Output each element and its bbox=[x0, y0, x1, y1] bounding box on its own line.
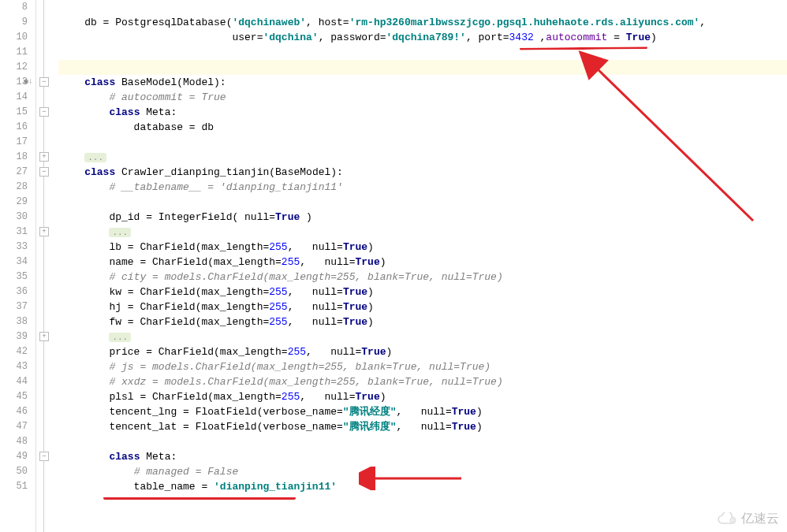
line-number: 27 bbox=[0, 165, 28, 180]
code-line[interactable]: # autocommit = True bbox=[58, 90, 787, 105]
line-number: 11 bbox=[0, 45, 28, 60]
line-number: 14 bbox=[0, 90, 28, 105]
code-line[interactable]: tencent_lat = FloatField(verbose_name="腾… bbox=[58, 419, 787, 434]
line-number bbox=[0, 494, 28, 509]
line-number: 47 bbox=[0, 419, 28, 434]
code-line[interactable] bbox=[58, 135, 787, 150]
fold-expand-icon[interactable]: + bbox=[39, 152, 49, 162]
code-line[interactable]: # city = models.CharField(max_length=255… bbox=[58, 270, 787, 285]
cloud-icon bbox=[716, 512, 738, 526]
line-number: 8 bbox=[0, 0, 28, 15]
line-number: 42 bbox=[0, 344, 28, 359]
line-number: 37 bbox=[0, 299, 28, 314]
line-number: 17 bbox=[0, 135, 28, 150]
code-line[interactable] bbox=[58, 60, 787, 75]
code-line[interactable]: fw = CharField(max_length=255, null=True… bbox=[58, 314, 787, 329]
code-line[interactable] bbox=[58, 45, 787, 60]
code-editor: 8910111213141516171827282930313334353637… bbox=[0, 0, 787, 532]
line-number: 33 bbox=[0, 240, 28, 255]
code-line[interactable]: ... bbox=[58, 225, 787, 240]
code-line[interactable]: lb = CharField(max_length=255, null=True… bbox=[58, 240, 787, 255]
code-line[interactable]: hj = CharField(max_length=255, null=True… bbox=[58, 299, 787, 314]
line-number: 43 bbox=[0, 359, 28, 374]
line-number: 44 bbox=[0, 374, 28, 389]
code-text-area[interactable]: db = PostgresqlDatabase('dqchinaweb', ho… bbox=[58, 0, 787, 532]
line-number: 16 bbox=[0, 120, 28, 135]
line-number: 9 bbox=[0, 15, 28, 30]
fold-column: −◉↓−+−++− bbox=[36, 0, 58, 532]
code-line[interactable]: plsl = CharField(max_length=255, null=Tr… bbox=[58, 389, 787, 404]
code-line[interactable]: ... bbox=[58, 150, 787, 165]
fold-collapse-icon[interactable]: − bbox=[39, 77, 49, 87]
line-number bbox=[0, 509, 28, 524]
fold-collapse-icon[interactable]: − bbox=[39, 167, 49, 177]
code-line[interactable]: table_name = 'dianping_tianjin11' bbox=[58, 479, 787, 494]
code-line[interactable]: # __tablename__ = 'dianping_tianjin11' bbox=[58, 180, 787, 195]
code-line[interactable]: database = db bbox=[58, 120, 787, 135]
line-number: 48 bbox=[0, 434, 28, 449]
code-line[interactable]: kw = CharField(max_length=255, null=True… bbox=[58, 285, 787, 299]
code-line[interactable]: class Crawler_dianping_tianjin(BaseModel… bbox=[58, 165, 787, 180]
code-line[interactable]: user='dqchina', password='dqchina789!', … bbox=[58, 30, 787, 45]
code-line[interactable]: class Meta: bbox=[58, 449, 787, 464]
code-line[interactable]: class BaseModel(Model): bbox=[58, 75, 787, 90]
line-number: 28 bbox=[0, 180, 28, 195]
code-line[interactable]: name = CharField(max_length=255, null=Tr… bbox=[58, 255, 787, 270]
svg-point-2 bbox=[730, 519, 733, 522]
line-number: 51 bbox=[0, 479, 28, 494]
line-number: 49 bbox=[0, 449, 28, 464]
fold-expand-icon[interactable]: + bbox=[39, 332, 49, 341]
line-number: 39 bbox=[0, 329, 28, 344]
line-number: 31 bbox=[0, 225, 28, 240]
line-number: 46 bbox=[0, 404, 28, 419]
code-line[interactable] bbox=[58, 0, 787, 15]
fold-collapse-icon[interactable]: − bbox=[39, 452, 49, 461]
code-line[interactable]: dp_id = IntegerField( null=True ) bbox=[58, 210, 787, 225]
watermark-text: 亿速云 bbox=[741, 511, 779, 527]
code-line[interactable]: # xxdz = models.CharField(max_length=255… bbox=[58, 374, 787, 389]
line-number: 15 bbox=[0, 105, 28, 120]
line-number: 35 bbox=[0, 270, 28, 285]
line-number: 50 bbox=[0, 464, 28, 479]
code-line[interactable]: # managed = False bbox=[58, 464, 787, 479]
code-line[interactable]: ... bbox=[58, 329, 787, 344]
line-number: 45 bbox=[0, 389, 28, 404]
fold-collapse-icon[interactable]: − bbox=[39, 107, 49, 117]
code-line[interactable]: tencent_lng = FloatField(verbose_name="腾… bbox=[58, 404, 787, 419]
line-number: 29 bbox=[0, 195, 28, 210]
code-line[interactable]: # js = models.CharField(max_length=255, … bbox=[58, 359, 787, 374]
code-line[interactable]: class Meta: bbox=[58, 105, 787, 120]
code-line[interactable]: price = CharField(max_length=255, null=T… bbox=[58, 344, 787, 359]
line-number: 18 bbox=[0, 150, 28, 165]
line-number: 10 bbox=[0, 30, 28, 45]
watermark: 亿速云 bbox=[716, 511, 779, 527]
fold-expand-icon[interactable]: + bbox=[39, 227, 49, 236]
line-number: 34 bbox=[0, 255, 28, 270]
code-line[interactable]: db = PostgresqlDatabase('dqchinaweb', ho… bbox=[58, 15, 787, 30]
line-number: 36 bbox=[0, 285, 28, 299]
line-number: 30 bbox=[0, 210, 28, 225]
code-line[interactable] bbox=[58, 509, 787, 524]
line-number: 38 bbox=[0, 314, 28, 329]
line-number: 12 bbox=[0, 60, 28, 75]
breakpoint-marker[interactable]: ◉↓ bbox=[24, 76, 35, 86]
code-line[interactable] bbox=[58, 434, 787, 449]
code-line[interactable] bbox=[58, 195, 787, 210]
annotation-underline-tablename bbox=[103, 497, 296, 500]
